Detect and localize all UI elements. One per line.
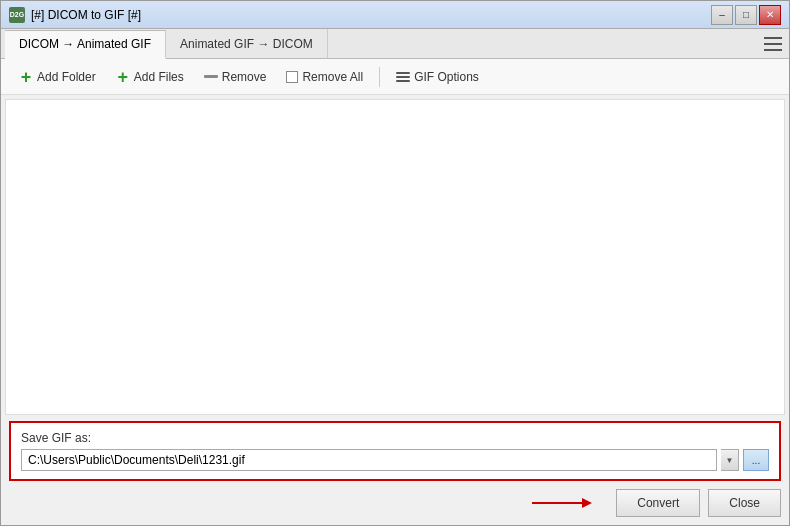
gif-options-icon [396,72,410,82]
main-window: D2G [#] DICOM to GIF [#] – □ ✕ DICOM → A… [0,0,790,526]
svg-marker-4 [582,498,592,508]
remove-all-button[interactable]: Remove All [278,67,371,87]
add-files-icon: + [116,70,130,84]
remove-all-icon [286,71,298,83]
save-as-input[interactable] [21,449,717,471]
action-row: Convert Close [9,487,781,519]
toolbar-separator [379,67,380,87]
hamburger-menu-icon[interactable] [757,29,789,59]
add-folder-button[interactable]: + Add Folder [11,67,104,87]
gif-options-button[interactable]: GIF Options [388,67,487,87]
arrow-indicator [9,493,608,513]
maximize-button[interactable]: □ [735,5,757,25]
window-controls: – □ ✕ [711,5,781,25]
save-as-label: Save GIF as: [21,431,769,445]
svg-rect-1 [764,43,782,45]
browse-button[interactable]: ... [743,449,769,471]
toolbar: + Add Folder + Add Files Remove Remove A… [1,59,789,95]
file-list-area [5,99,785,415]
convert-button[interactable]: Convert [616,489,700,517]
bottom-panel: Save GIF as: ▼ ... Convert Close [1,415,789,525]
save-path-dropdown-button[interactable]: ▼ [721,449,739,471]
save-as-row: ▼ ... [21,449,769,471]
remove-icon [204,75,218,78]
close-window-button[interactable]: ✕ [759,5,781,25]
minimize-button[interactable]: – [711,5,733,25]
close-button[interactable]: Close [708,489,781,517]
tab-gif-to-dicom[interactable]: Animated GIF → DICOM [166,29,328,58]
svg-rect-2 [764,49,782,51]
add-files-button[interactable]: + Add Files [108,67,192,87]
app-icon: D2G [9,7,25,23]
tab-dicom-to-gif[interactable]: DICOM → Animated GIF [5,30,166,59]
save-as-panel: Save GIF as: ▼ ... [9,421,781,481]
add-folder-icon: + [19,70,33,84]
remove-button[interactable]: Remove [196,67,275,87]
tab-bar: DICOM → Animated GIF Animated GIF → DICO… [1,29,789,59]
window-title: [#] DICOM to GIF [#] [31,8,705,22]
title-bar: D2G [#] DICOM to GIF [#] – □ ✕ [1,1,789,29]
svg-rect-0 [764,37,782,39]
